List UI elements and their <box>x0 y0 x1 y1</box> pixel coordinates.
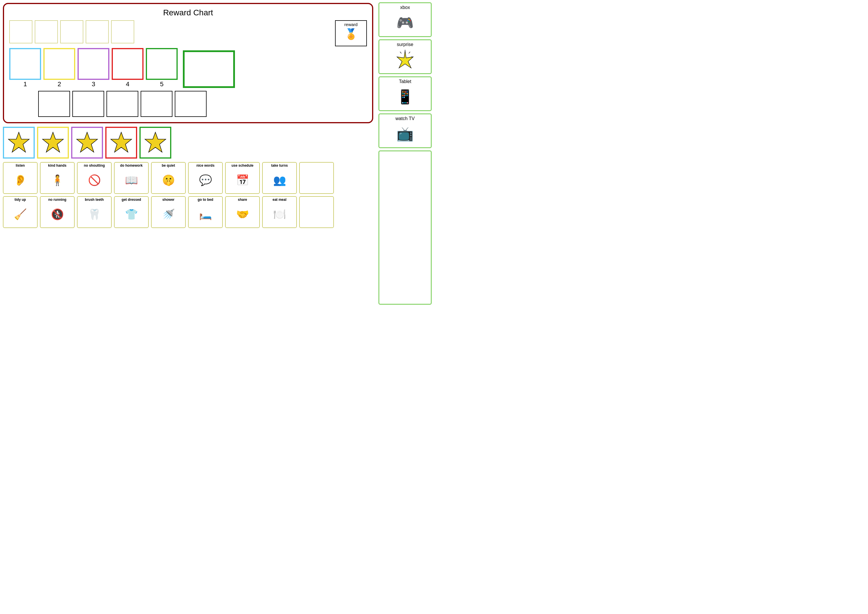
task-card-get-dressed[interactable]: get dressed 👕 <box>114 196 149 228</box>
bottom-box-4[interactable] <box>141 91 172 117</box>
box-wrap-2: 2 <box>43 48 75 88</box>
svg-line-9 <box>400 52 401 54</box>
task-card-shower[interactable]: shower 🚿 <box>151 196 186 228</box>
star-box-1[interactable] <box>3 127 35 158</box>
svg-marker-1 <box>43 132 64 152</box>
box-number-2: 2 <box>57 81 61 88</box>
reward-item-watch-tv[interactable]: watch TV 📺 <box>378 113 432 148</box>
chart-top-row: reward 🏅 <box>9 20 367 46</box>
task-label-take-turns: take turns <box>271 164 288 167</box>
reward-label-surprise: surprise <box>397 42 414 47</box>
numbered-box-4[interactable] <box>112 48 144 80</box>
bottom-box-5[interactable] <box>175 91 206 117</box>
star-box-4[interactable] <box>105 127 137 158</box>
task-card-nice-words[interactable]: nice words 💬 <box>188 162 223 194</box>
small-box-3[interactable] <box>60 20 83 43</box>
task-card-go-to-bed[interactable]: go to bed 🛏️ <box>188 196 223 228</box>
chart-title: Reward Chart <box>9 8 367 17</box>
task-label-brush-teeth: brush teeth <box>85 198 104 202</box>
task-label-go-to-bed: go to bed <box>198 198 213 202</box>
task-card-no-shouting[interactable]: no shoutting 🚫 <box>77 162 112 194</box>
task-icon-be-quiet: 🤫 <box>152 168 184 192</box>
reward-item-surprise[interactable]: surprise <box>378 39 432 74</box>
small-box-5[interactable] <box>111 20 134 43</box>
bottom-box-3[interactable] <box>107 91 138 117</box>
task-rows: listen 👂 kind hands 🧍 no shoutting 🚫 do … <box>3 162 373 228</box>
star-icon-1 <box>7 131 30 154</box>
task-icon-no-shouting: 🚫 <box>78 168 110 192</box>
task-label-listen: listen <box>16 164 25 167</box>
svg-marker-5 <box>397 51 413 68</box>
reward-item-empty[interactable] <box>378 150 432 305</box>
task-icon-kind-hands: 🧍 <box>41 168 73 192</box>
task-icon-tidy-up: 🧹 <box>4 202 36 226</box>
task-card-listen[interactable]: listen 👂 <box>3 162 37 194</box>
reward-item-xbox[interactable]: xbox 🎮 <box>378 2 432 37</box>
main-area: Reward Chart reward 🏅 <box>0 0 376 307</box>
reward-label: reward <box>344 22 358 27</box>
task-label-eat-meal: eat meal <box>273 198 287 202</box>
task-card-share[interactable]: share 🤝 <box>225 196 260 228</box>
task-row-2: tidy up 🧹 no running 🚷 brush teeth 🦷 get… <box>3 196 373 228</box>
task-card-brush-teeth[interactable]: brush teeth 🦷 <box>77 196 112 228</box>
bottom-box-2[interactable] <box>72 91 104 117</box>
right-sidebar: xbox 🎮 surprise Tablet 📱 watch TV 📺 <box>376 0 434 307</box>
box-wrap-3: 3 <box>78 48 109 88</box>
small-box-4[interactable] <box>86 20 109 43</box>
task-card-no-running[interactable]: no running 🚷 <box>40 196 74 228</box>
task-icon-get-dressed: 👕 <box>115 202 147 226</box>
reward-display-box: reward 🏅 <box>335 20 367 46</box>
task-label-nice-words: nice words <box>197 164 215 167</box>
box-number-1: 1 <box>23 81 27 88</box>
task-icon-do-homework: 📖 <box>115 168 147 192</box>
svg-marker-3 <box>111 132 132 152</box>
task-icon-use-schedule: 📅 <box>226 168 259 192</box>
svg-marker-0 <box>8 132 29 152</box>
small-box-1[interactable] <box>9 20 33 43</box>
task-icon-listen: 👂 <box>4 168 36 192</box>
numbered-boxes-row: 1 2 3 4 5 <box>9 48 178 88</box>
task-label-use-schedule: use schedule <box>231 164 253 167</box>
box-number-5: 5 <box>160 81 163 88</box>
task-label-share: share <box>238 198 247 202</box>
bottom-box-1[interactable] <box>38 91 70 117</box>
task-icon-no-running: 🚷 <box>41 202 73 226</box>
small-boxes-group <box>9 20 134 43</box>
numbered-row-wrap: 1 2 3 4 5 <box>9 48 367 88</box>
box-number-4: 4 <box>126 81 129 88</box>
star-box-2[interactable] <box>37 127 69 158</box>
task-card-empty-1[interactable] <box>299 162 334 194</box>
numbered-box-2[interactable] <box>43 48 75 80</box>
small-box-2[interactable] <box>35 20 58 43</box>
reward-label-watch-tv: watch TV <box>395 116 415 121</box>
reward-label-tablet: Tablet <box>399 79 411 84</box>
star-box-5[interactable] <box>140 127 171 158</box>
numbered-box-1[interactable] <box>9 48 41 80</box>
task-icon-eat-meal: 🍽️ <box>263 202 296 226</box>
numbered-box-3[interactable] <box>78 48 109 80</box>
task-card-eat-meal[interactable]: eat meal 🍽️ <box>262 196 297 228</box>
task-card-use-schedule[interactable]: use schedule 📅 <box>225 162 260 194</box>
star-box-3[interactable] <box>71 127 103 158</box>
task-label-no-shouting: no shoutting <box>84 164 105 167</box>
task-card-take-turns[interactable]: take turns 👥 <box>262 162 297 194</box>
task-label-no-running: no running <box>48 198 67 202</box>
reward-icon-watch-tv: 📺 <box>397 122 414 146</box>
task-icon-shower: 🚿 <box>152 202 184 226</box>
reward-icon: 🏅 <box>345 28 358 40</box>
task-card-do-homework[interactable]: do homework 📖 <box>114 162 149 194</box>
reward-icon-surprise <box>395 48 415 71</box>
task-label-tidy-up: tidy up <box>14 198 26 202</box>
task-icon-go-to-bed: 🛏️ <box>189 202 222 226</box>
chart-rows: reward 🏅 1 2 3 <box>9 20 367 117</box>
task-card-be-quiet[interactable]: be quiet 🤫 <box>151 162 186 194</box>
task-card-empty-2[interactable] <box>299 196 334 228</box>
numbered-box-5[interactable] <box>146 48 178 80</box>
stars-row <box>3 126 373 160</box>
reward-item-tablet[interactable]: Tablet 📱 <box>378 76 432 111</box>
reward-icon-tablet: 📱 <box>397 85 414 109</box>
task-card-kind-hands[interactable]: kind hands 🧍 <box>40 162 74 194</box>
large-green-box[interactable] <box>183 50 235 88</box>
task-card-tidy-up[interactable]: tidy up 🧹 <box>3 196 37 228</box>
task-icon-share: 🤝 <box>226 202 259 226</box>
